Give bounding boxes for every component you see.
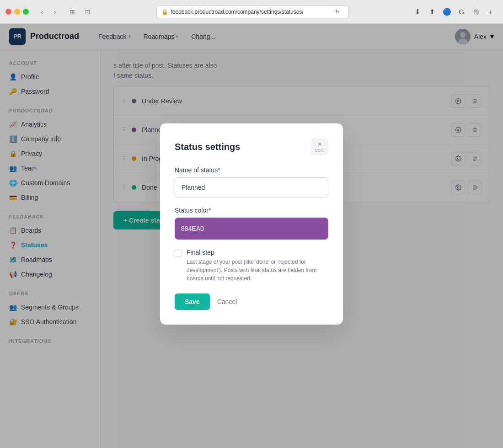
grammarly-button[interactable]: G: [455, 5, 468, 18]
name-label: Name of status*: [175, 166, 328, 174]
final-step-content: Final step Last stage of your post (like…: [187, 249, 328, 283]
name-form-group: Name of status*: [175, 166, 328, 197]
close-traffic-light[interactable]: [5, 9, 11, 15]
refresh-button[interactable]: ↻: [332, 6, 343, 18]
color-picker[interactable]: 884EA0: [175, 218, 328, 240]
final-step-checkbox[interactable]: [175, 250, 182, 257]
color-value-text: 884EA0: [181, 225, 204, 232]
modal-actions: Save Cancel: [175, 293, 328, 310]
extensions-button[interactable]: 🔵: [440, 5, 454, 18]
name-input[interactable]: [175, 177, 328, 197]
modal-close-button[interactable]: × ESC: [311, 138, 328, 155]
traffic-lights: [5, 9, 29, 15]
new-tab-button[interactable]: ⊞: [469, 5, 483, 18]
cancel-button[interactable]: Cancel: [217, 298, 237, 305]
close-x-icon: ×: [318, 141, 321, 147]
url-text: feedback.productroad.com/company/setting…: [171, 9, 304, 15]
download-button[interactable]: ⬇: [411, 5, 424, 18]
reader-mode-button[interactable]: ⊡: [82, 6, 94, 18]
forward-button[interactable]: ›: [49, 6, 61, 18]
color-label: Status color*: [175, 207, 328, 214]
browser-toolbar: ⬇ ⬆ 🔵 G ⊞ +: [411, 5, 498, 18]
save-button[interactable]: Save: [175, 293, 210, 310]
share-button[interactable]: ⬆: [425, 5, 439, 18]
lock-icon: 🔒: [161, 9, 168, 15]
sidebar-toggle-button[interactable]: ⊞: [66, 6, 78, 18]
browser-chrome: ‹ › ⊞ ⊡ 🔒 feedback.productroad.com/compa…: [0, 0, 503, 24]
status-settings-modal: Status settings × ESC Name of status* St…: [160, 123, 343, 325]
final-step-label: Final step: [187, 249, 328, 256]
minimize-traffic-light[interactable]: [14, 9, 20, 15]
modal-header: Status settings × ESC: [175, 138, 328, 155]
browser-nav-controls: ‹ ›: [36, 6, 61, 18]
address-bar[interactable]: 🔒 feedback.productroad.com/company/setti…: [156, 5, 348, 18]
color-form-group: Status color* 884EA0: [175, 207, 328, 240]
modal-title: Status settings: [175, 142, 240, 152]
final-step-group: Final step Last stage of your post (like…: [175, 249, 328, 283]
back-button[interactable]: ‹: [36, 6, 48, 18]
esc-label: ESC: [315, 148, 324, 153]
final-step-description: Last stage of your post (like 'done' or …: [187, 258, 328, 283]
add-tab-button[interactable]: +: [484, 5, 498, 18]
maximize-traffic-light[interactable]: [23, 9, 29, 15]
